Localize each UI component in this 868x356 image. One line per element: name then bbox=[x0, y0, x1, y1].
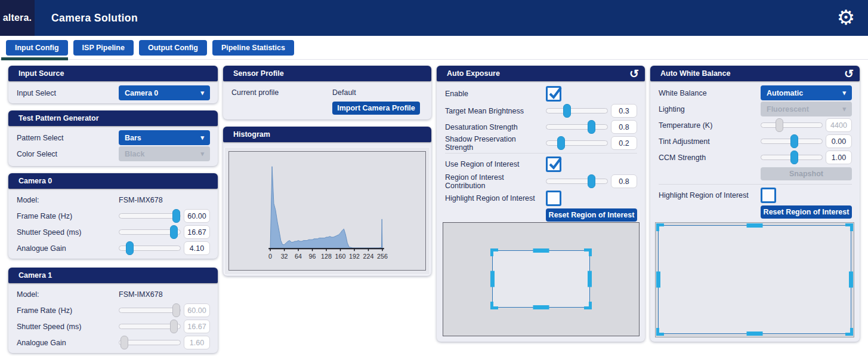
auto-exposure-panel: Auto Exposure ↺ Enable Target Mean Brigh… bbox=[437, 66, 645, 342]
ae-roi-rectangle[interactable] bbox=[492, 250, 590, 308]
camera0-analogue-gain-slider[interactable] bbox=[119, 245, 181, 251]
roi-corner-handle[interactable] bbox=[584, 248, 592, 256]
ccm-strength-slider[interactable] bbox=[761, 155, 823, 160]
roi-edge-handle[interactable] bbox=[533, 305, 549, 309]
roi-corner-handle[interactable] bbox=[845, 223, 853, 231]
tint-adjustment-slider[interactable] bbox=[761, 139, 823, 144]
ae-highlight-roi-checkbox[interactable] bbox=[546, 191, 561, 206]
desaturation-strength-slider[interactable] bbox=[546, 124, 608, 130]
ae-reset-roi-button[interactable]: Reset Region of Interest bbox=[546, 208, 637, 222]
slider-handle[interactable] bbox=[588, 120, 595, 134]
slider-handle[interactable] bbox=[172, 209, 180, 223]
camera0-shutter-speed-label: Shutter Speed (ms) bbox=[17, 228, 119, 237]
camera0-frame-rate-value[interactable]: 60.00 bbox=[184, 209, 210, 223]
roi-corner-handle[interactable] bbox=[656, 328, 664, 336]
roi-corner-handle[interactable] bbox=[490, 302, 498, 309]
roi-corner-handle[interactable] bbox=[656, 223, 664, 231]
use-roi-checkbox[interactable] bbox=[546, 156, 561, 172]
ae-roi-preview[interactable] bbox=[443, 222, 640, 336]
roi-edge-handle[interactable] bbox=[533, 248, 549, 253]
roi-contribution-slider[interactable] bbox=[546, 179, 608, 184]
test-pattern-title: Test Pattern Generator bbox=[18, 114, 99, 122]
target-mean-brightness-value[interactable]: 0.3 bbox=[611, 104, 637, 118]
slider-handle[interactable] bbox=[126, 241, 134, 255]
ccm-strength-value[interactable]: 1.00 bbox=[826, 151, 852, 164]
shadow-preservation-strength-value[interactable]: 0.2 bbox=[611, 136, 637, 150]
tint-adjustment-value[interactable]: 0.00 bbox=[826, 134, 852, 148]
camera1-header: Camera 1 bbox=[8, 268, 218, 283]
camera0-frame-rate-label: Frame Rate (Hz) bbox=[17, 212, 119, 220]
slider-handle[interactable] bbox=[563, 104, 571, 118]
camera0-frame-rate-slider[interactable] bbox=[119, 213, 181, 219]
camera0-panel: Camera 0 Model: FSM-IMX678 Frame Rate (H… bbox=[8, 173, 218, 259]
shadow-preservation-strength-slider[interactable] bbox=[546, 140, 608, 146]
roi-corner-handle[interactable] bbox=[490, 248, 498, 256]
camera0-analogue-gain-label: Analogue Gain bbox=[17, 244, 119, 253]
tint-adjustment-label: Tint Adjustment bbox=[659, 137, 761, 146]
pattern-select-dropdown[interactable]: Bars ▾ bbox=[119, 130, 210, 145]
roi-corner-handle[interactable] bbox=[584, 302, 592, 309]
awb-roi-preview[interactable] bbox=[655, 222, 854, 337]
desaturation-strength-value[interactable]: 0.8 bbox=[611, 120, 637, 134]
svg-text:64: 64 bbox=[295, 253, 302, 260]
camera1-shutter-speed-label: Shutter Speed (ms) bbox=[17, 323, 119, 331]
enable-label: Enable bbox=[445, 90, 546, 98]
ae-highlight-roi-label: Highlight Region of Interest bbox=[445, 194, 546, 202]
enable-checkbox[interactable] bbox=[546, 86, 561, 102]
tab-pipeline-statistics[interactable]: Pipeline Statistics bbox=[212, 40, 294, 56]
desaturation-strength-label: Desaturation Strength bbox=[445, 123, 546, 131]
svg-text:256: 256 bbox=[377, 253, 388, 260]
roi-contribution-value[interactable]: 0.8 bbox=[611, 174, 637, 188]
svg-text:224: 224 bbox=[363, 253, 374, 260]
camera1-frame-rate-slider bbox=[119, 308, 181, 313]
shadow-preservation-strength-label: Shadow Preservation Strength bbox=[445, 135, 546, 152]
roi-edge-handle[interactable] bbox=[490, 271, 495, 287]
target-mean-brightness-label: Target Mean Brightness bbox=[445, 107, 546, 115]
awb-title: Auto White Balance bbox=[660, 69, 730, 78]
reset-icon[interactable]: ↺ bbox=[844, 68, 854, 79]
tab-bar: Input Config ISP Pipeline Output Config … bbox=[0, 36, 868, 60]
camera0-shutter-speed-slider[interactable] bbox=[119, 229, 181, 235]
import-camera-profile-button[interactable]: Import Camera Profile bbox=[332, 102, 420, 115]
camera0-analogue-gain-value[interactable]: 4.10 bbox=[184, 241, 210, 255]
histogram-svg: 0326496128160192224256 bbox=[229, 152, 425, 270]
roi-edge-handle[interactable] bbox=[656, 272, 660, 288]
white-balance-value: Automatic bbox=[767, 89, 803, 97]
camera0-shutter-speed-value[interactable]: 16.67 bbox=[184, 225, 210, 239]
sensor-profile-header: Sensor Profile bbox=[223, 66, 431, 81]
input-select-label: Input Select bbox=[17, 89, 119, 97]
roi-edge-handle[interactable] bbox=[588, 271, 592, 287]
temperature-slider bbox=[761, 122, 823, 128]
slider-handle[interactable] bbox=[790, 151, 798, 164]
awb-roi-rectangle[interactable] bbox=[658, 225, 851, 334]
input-source-header: Input Source bbox=[8, 66, 218, 81]
input-select-dropdown[interactable]: Camera 0 ▾ bbox=[119, 85, 210, 100]
chevron-down-icon: ▾ bbox=[200, 89, 204, 97]
white-balance-dropdown[interactable]: Automatic ▾ bbox=[761, 85, 852, 100]
slider-handle[interactable] bbox=[557, 136, 565, 150]
input-source-title: Input Source bbox=[18, 69, 64, 78]
roi-edge-handle[interactable] bbox=[747, 332, 763, 336]
tab-output-config[interactable]: Output Config bbox=[139, 40, 207, 56]
slider-handle[interactable] bbox=[588, 174, 595, 188]
roi-corner-handle[interactable] bbox=[845, 328, 853, 336]
camera1-shutter-speed-value: 16.67 bbox=[184, 320, 210, 333]
awb-reset-roi-button[interactable]: Reset Region of Interest bbox=[761, 205, 852, 219]
camera0-title: Camera 0 bbox=[18, 177, 52, 185]
target-mean-brightness-slider[interactable] bbox=[546, 108, 608, 113]
camera0-model-label: Model: bbox=[17, 196, 119, 204]
divider bbox=[659, 184, 852, 185]
input-source-panel: Input Source Input Select Camera 0 ▾ bbox=[8, 66, 218, 103]
altera-logo: altera. bbox=[0, 0, 35, 36]
gear-icon[interactable]: ⚙ bbox=[833, 5, 858, 30]
slider-handle[interactable] bbox=[170, 225, 178, 239]
sensor-profile-panel: Sensor Profile Current profile Default I… bbox=[223, 66, 431, 119]
tab-input-config[interactable]: Input Config bbox=[6, 40, 68, 56]
reset-icon[interactable]: ↺ bbox=[629, 68, 639, 79]
tab-isp-pipeline[interactable]: ISP Pipeline bbox=[73, 40, 134, 56]
slider-handle[interactable] bbox=[790, 134, 798, 148]
roi-edge-handle[interactable] bbox=[747, 223, 763, 228]
awb-highlight-roi-checkbox[interactable] bbox=[761, 188, 776, 203]
roi-edge-handle[interactable] bbox=[849, 272, 853, 288]
camera1-analogue-gain-value: 1.60 bbox=[184, 336, 210, 349]
